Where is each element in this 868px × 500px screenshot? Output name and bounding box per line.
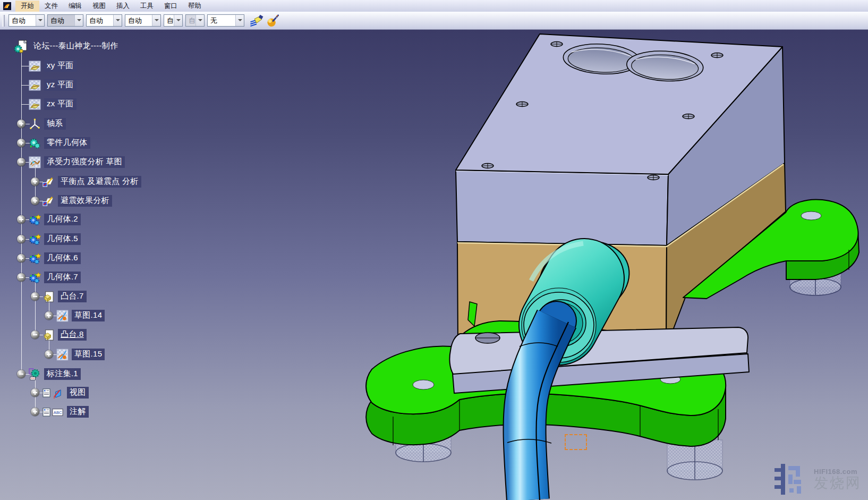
tree-item-label: 草图.15	[72, 349, 105, 360]
tree-item-label: 凸台.7	[58, 291, 87, 302]
list-icon	[42, 388, 50, 397]
tree-item-label: 草图.14	[72, 310, 105, 321]
combo-value: 无	[208, 15, 235, 26]
fill-color-combo[interactable]: 自动	[8, 14, 45, 27]
plane-icon	[29, 79, 41, 91]
tree-item-label: 几何体.6	[44, 252, 81, 264]
tree-item-label: 论坛---泰山神龙----制作	[31, 40, 121, 52]
tree-item-balance-analysis[interactable]: 平衡点 及避震点 分析	[0, 175, 141, 189]
tree-item-body5[interactable]: 几何体.5	[0, 232, 81, 246]
tree-item-label: xy 平面	[44, 60, 76, 72]
tree-item-damping-analysis[interactable]: 避震效果分析	[0, 194, 112, 208]
combo-value: 自动	[186, 15, 195, 26]
tree-item-label: yz 平面	[44, 79, 76, 91]
sketch-pen-icon	[42, 195, 55, 207]
chevron-down-icon[interactable]	[74, 15, 83, 26]
paintbrush-icon[interactable]	[249, 14, 263, 28]
catia-window: 开始 文件 编辑 视图 插入 工具 窗口 帮助 自动 自动 自动 自动 自动	[0, 0, 868, 500]
rendering-style-combo[interactable]: 无	[207, 14, 244, 27]
selection-marquee	[565, 434, 587, 450]
tree-item-xy-plane[interactable]: xy 平面	[0, 59, 76, 73]
tree-item-axis-system[interactable]: 轴系	[0, 117, 66, 131]
axis-icon	[29, 118, 41, 130]
chevron-down-icon[interactable]	[36, 15, 44, 26]
toolbar-drag-handle[interactable]	[2, 15, 5, 27]
chevron-down-icon[interactable]	[152, 15, 160, 26]
tree-item-views[interactable]: 视图	[0, 386, 89, 400]
tree-item-analysis-sketch[interactable]: 承受力强度分析 草图	[0, 155, 125, 169]
menu-file[interactable]: 文件	[39, 1, 63, 12]
plane-icon	[29, 60, 41, 72]
chevron-down-icon[interactable]	[235, 15, 244, 26]
point-symbol-combo: 自动	[185, 14, 205, 27]
tree-item-label: 视图	[67, 387, 89, 399]
tree-item-sketch14[interactable]: 草图.14	[0, 309, 105, 323]
apply-material-icon[interactable]	[266, 14, 280, 28]
tree-item-sketch15[interactable]: 草图.15	[0, 348, 105, 361]
list-icon	[42, 408, 50, 417]
body-icon	[29, 214, 41, 226]
tree-item-pad8[interactable]: 凸台.8	[0, 328, 87, 342]
tree-item-body2[interactable]: 几何体.2	[0, 213, 81, 226]
tree-item-label: 注解	[67, 406, 89, 418]
tree-item-label: 几何体.2	[44, 214, 81, 225]
pad-icon	[42, 329, 55, 341]
chevron-down-icon[interactable]	[174, 15, 182, 26]
tree-item-partbody[interactable]: 零件几何体	[0, 136, 90, 150]
chevron-down-icon	[195, 15, 204, 26]
tree-item-label: 凸台.8	[58, 329, 87, 341]
line-type-combo[interactable]: 自动	[125, 14, 161, 27]
combo-value: 自动	[87, 15, 113, 26]
tree-item-label: 几何体.7	[44, 272, 81, 283]
watermark: HIFI168.com 发烧网	[775, 464, 862, 495]
tree-item-annotation-set[interactable]: 标注集.1	[0, 367, 81, 381]
menu-edit[interactable]: 编辑	[63, 1, 87, 12]
combo-value: 自动	[48, 15, 74, 26]
app-icon[interactable]	[3, 2, 11, 10]
line-color-combo[interactable]: 自动	[86, 14, 122, 27]
sketch-icon	[56, 310, 69, 322]
combo-value: 自动	[164, 15, 174, 26]
menu-tools[interactable]: 工具	[135, 1, 159, 12]
tree-item-label: 轴系	[44, 118, 66, 130]
3d-viewport[interactable]: 论坛---泰山神龙----制作 xy 平面	[0, 29, 868, 500]
chevron-down-icon[interactable]	[113, 15, 122, 26]
watermark-brand: 发烧网	[814, 476, 862, 490]
line-weight-combo[interactable]: 自动	[164, 14, 183, 27]
sketch-grid-icon	[29, 156, 41, 168]
tree-item-label: 平衡点 及避震点 分析	[58, 176, 141, 188]
tree-item-label: 标注集.1	[44, 368, 81, 380]
pad-icon	[42, 291, 55, 303]
tree-item-notes[interactable]: ABC 注解	[0, 405, 89, 419]
tree-item-label: 避震效果分析	[58, 195, 112, 207]
menu-help[interactable]: 帮助	[183, 1, 207, 12]
tree-item-root[interactable]: 论坛---泰山神龙----制作	[0, 39, 121, 53]
opacity-combo[interactable]: 自动	[47, 14, 83, 27]
sketch-pen-icon	[42, 176, 55, 188]
sketch-icon	[56, 349, 69, 361]
tree-item-label: zx 平面	[44, 98, 76, 110]
specification-tree: 论坛---泰山神龙----制作 xy 平面	[0, 29, 223, 500]
part-geometry-icon	[29, 137, 41, 149]
plane-icon	[29, 98, 41, 111]
notes-icon: ABC	[52, 406, 64, 418]
tree-item-body6[interactable]: 几何体.6	[0, 251, 81, 265]
menu-bar: 开始 文件 编辑 视图 插入 工具 窗口 帮助	[0, 0, 868, 12]
body-icon	[29, 252, 41, 265]
tree-item-yz-plane[interactable]: yz 平面	[0, 78, 76, 92]
tree-item-pad7[interactable]: 凸台.7	[0, 290, 87, 303]
svg-text:ABC: ABC	[54, 410, 62, 415]
menu-window[interactable]: 窗口	[159, 1, 183, 12]
body-icon	[29, 272, 41, 284]
tree-item-body7[interactable]: 几何体.7	[0, 270, 81, 284]
menu-view[interactable]: 视图	[87, 1, 111, 12]
menu-insert[interactable]: 插入	[111, 1, 135, 12]
views-icon	[52, 387, 64, 399]
combo-value: 自动	[9, 15, 36, 26]
combo-value: 自动	[125, 15, 152, 26]
hifi168-logo-icon	[775, 464, 810, 495]
menu-start[interactable]: 开始	[15, 1, 39, 12]
annotation-set-icon	[29, 368, 41, 380]
tree-item-zx-plane[interactable]: zx 平面	[0, 97, 76, 111]
tree-item-label: 承受力强度分析 草图	[44, 156, 125, 168]
